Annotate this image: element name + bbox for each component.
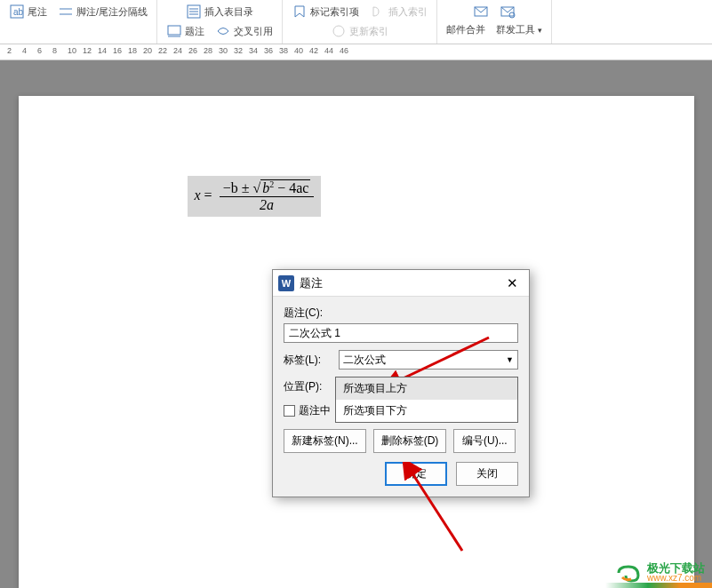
- ruler-tick: 10: [68, 46, 76, 55]
- app-icon: W: [278, 275, 294, 291]
- ribbon-group-footnote: ab尾注 脚注/尾注分隔线: [0, 0, 157, 44]
- ruler-tick: 8: [52, 46, 57, 55]
- ruler-tick: 40: [294, 46, 303, 55]
- cross-ref-button[interactable]: 交叉引用: [212, 21, 276, 41]
- position-field-label: 位置(P):: [284, 379, 333, 394]
- ribbon-group-caption: 插入表目录 题注 交叉引用: [157, 0, 283, 44]
- ribbon-group-index: 标记索引项 插入索引 更新索引: [283, 0, 437, 44]
- watermark-stripe: [605, 583, 712, 588]
- ruler-tick: 36: [264, 46, 273, 55]
- label-field-label: 标签(L):: [284, 353, 333, 368]
- caption-button[interactable]: 题注: [163, 21, 208, 41]
- site-watermark: 极光下载站 www.xz7.com: [615, 562, 705, 583]
- ruler-tick: 44: [324, 46, 333, 55]
- svg-text:ab: ab: [13, 7, 24, 17]
- position-dropdown-list: 所选项目上方 所选项目下方: [335, 377, 518, 423]
- ruler-tick: 30: [219, 46, 228, 55]
- ruler-tick: 12: [83, 46, 92, 55]
- ruler-tick: 28: [204, 46, 212, 55]
- update-index-button: 更新索引: [327, 21, 392, 41]
- svg-rect-8: [168, 26, 180, 35]
- ruler-tick: 20: [143, 46, 152, 55]
- ruler-tick: 18: [128, 46, 137, 55]
- new-label-button[interactable]: 新建标签(N)...: [284, 429, 366, 453]
- ruler-tick: 42: [309, 46, 318, 55]
- exclude-label-checkbox[interactable]: [284, 405, 295, 417]
- ruler-tick: 38: [279, 46, 288, 55]
- dropdown-option-below[interactable]: 所选项目下方: [336, 400, 517, 422]
- ruler-tick: 24: [173, 46, 182, 55]
- caption-input[interactable]: [284, 323, 518, 343]
- watermark-text-en: www.xz7.com: [647, 574, 705, 583]
- close-icon[interactable]: ✕: [500, 274, 524, 293]
- dialog-titlebar[interactable]: W 题注 ✕: [273, 270, 529, 297]
- mail-merge-button[interactable]: [469, 2, 492, 21]
- ruler-tick: 46: [340, 46, 348, 55]
- equation-object[interactable]: x = −b ± √b2 − 4ac 2a: [188, 176, 322, 217]
- horizontal-ruler[interactable]: 2468101214161820222426283032343638404244…: [0, 44, 712, 60]
- ruler-tick: 22: [158, 46, 167, 55]
- dialog-title-text: 题注: [300, 275, 323, 291]
- svg-point-10: [333, 26, 344, 36]
- mass-send-label[interactable]: 群发工具▾: [492, 21, 546, 38]
- ruler-tick: 14: [98, 46, 107, 55]
- footnote-endnote-button[interactable]: ab尾注: [5, 2, 51, 21]
- caption-field-label: 题注(C):: [284, 306, 323, 321]
- ruler-tick: 4: [22, 46, 27, 55]
- delete-label-button[interactable]: 删除标签(D): [373, 429, 447, 453]
- ribbon-group-mail: 邮件合并 群发工具▾: [437, 0, 552, 44]
- close-button[interactable]: 关闭: [456, 462, 518, 486]
- insert-toc-button[interactable]: 插入表目录: [182, 2, 257, 21]
- ruler-tick: 26: [188, 46, 197, 55]
- caption-dialog: W 题注 ✕ 题注(C): 标签(L): 二次公式▼ 位置(P): 所选项目下方…: [272, 269, 530, 497]
- mark-index-button[interactable]: 标记索引项: [288, 2, 363, 21]
- ruler-tick: 34: [249, 46, 258, 55]
- chevron-down-icon: ▼: [506, 355, 514, 364]
- watermark-logo-icon: [615, 563, 642, 583]
- ruler-tick: 6: [37, 46, 42, 55]
- footnote-separator-button[interactable]: 脚注/尾注分隔线: [54, 2, 151, 21]
- ribbon-toolbar: ab尾注 脚注/尾注分隔线 插入表目录 题注 交叉引用 标记索引项 插入索引 更…: [0, 0, 712, 44]
- checkbox-label: 题注中: [299, 403, 331, 418]
- numbering-button[interactable]: 编号(U)...: [453, 429, 516, 453]
- dropdown-option-above[interactable]: 所选项目上方: [336, 377, 517, 400]
- ok-button[interactable]: 确定: [385, 462, 447, 486]
- ruler-tick: 2: [7, 46, 12, 55]
- mass-send-button[interactable]: [496, 2, 519, 21]
- label-select[interactable]: 二次公式▼: [339, 350, 518, 369]
- mail-merge-label[interactable]: 邮件合并: [443, 21, 489, 38]
- insert-index-button[interactable]: 插入索引: [366, 2, 431, 21]
- ruler-tick: 16: [113, 46, 122, 55]
- ruler-tick: 32: [234, 46, 243, 55]
